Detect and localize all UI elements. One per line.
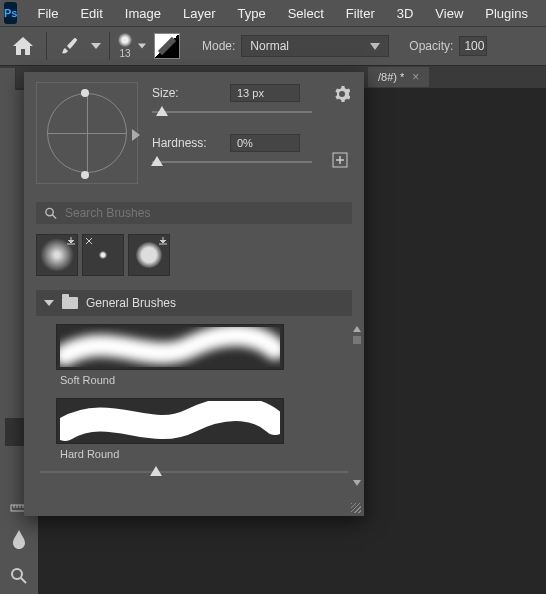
scroll-up-icon[interactable] xyxy=(353,326,361,332)
menu-window[interactable]: Win xyxy=(540,2,546,25)
app-logo[interactable]: Ps xyxy=(4,2,17,24)
brush-name: Soft Round xyxy=(56,374,332,386)
menu-3d[interactable]: 3D xyxy=(387,2,424,25)
hardness-slider[interactable] xyxy=(152,158,312,172)
size-input[interactable]: 13 px xyxy=(230,84,300,102)
new-brush-icon[interactable] xyxy=(332,152,348,168)
tool-zoom[interactable] xyxy=(5,562,33,590)
folder-icon xyxy=(62,297,78,309)
search-input[interactable] xyxy=(65,206,344,220)
chevron-down-icon xyxy=(44,300,54,306)
size-slider[interactable] xyxy=(152,108,312,122)
recent-brush[interactable] xyxy=(36,234,78,276)
search-brushes[interactable] xyxy=(36,202,352,224)
brush-angle-control[interactable] xyxy=(36,82,138,184)
options-bar: 13 Mode: Normal Opacity: 100 xyxy=(0,26,546,66)
brush-preset-picker[interactable]: 13 xyxy=(118,33,132,59)
download-icon xyxy=(85,237,93,245)
menu-image[interactable]: Image xyxy=(115,2,171,25)
home-icon xyxy=(13,37,33,55)
chevron-down-icon[interactable] xyxy=(138,42,146,50)
opacity-label: Opacity: xyxy=(409,39,453,53)
droplet-icon xyxy=(11,530,27,550)
scrollbar[interactable] xyxy=(352,326,362,486)
separator xyxy=(109,32,110,60)
download-icon xyxy=(159,237,167,245)
menubar: Ps File Edit Image Layer Type Select Fil… xyxy=(0,0,546,26)
brush-preset[interactable]: Soft Round xyxy=(56,324,332,386)
separator xyxy=(46,32,47,60)
brush-dot-icon xyxy=(118,33,132,47)
hardness-label: Hardness: xyxy=(152,136,222,150)
slider-thumb[interactable] xyxy=(151,156,163,166)
angle-arrow-icon xyxy=(132,129,140,141)
resize-handle[interactable] xyxy=(351,503,361,513)
menu-type[interactable]: Type xyxy=(228,2,276,25)
chevron-down-icon[interactable] xyxy=(91,41,101,51)
close-icon[interactable]: × xyxy=(412,70,419,84)
brush-name: Hard Round xyxy=(56,448,332,458)
scroll-down-icon[interactable] xyxy=(353,480,361,486)
document-tab-label: /8#) * xyxy=(378,71,404,83)
scroll-thumb[interactable] xyxy=(353,336,361,344)
chevron-down-icon xyxy=(370,43,380,51)
menu-plugins[interactable]: Plugins xyxy=(475,2,538,25)
menu-view[interactable]: View xyxy=(425,2,473,25)
size-label: Size: xyxy=(152,86,222,100)
brush-stroke-preview xyxy=(56,398,284,444)
brush-folder-header[interactable]: General Brushes xyxy=(36,290,352,316)
hardness-input[interactable]: 0% xyxy=(230,134,300,152)
mode-label: Mode: xyxy=(202,39,235,53)
download-icon xyxy=(67,237,75,245)
opacity-input[interactable]: 100 xyxy=(459,36,487,56)
brush-preset-panel: Size: 13 px Hardness: 0% G xyxy=(24,72,364,516)
recent-brushes xyxy=(36,234,352,276)
menu-edit[interactable]: Edit xyxy=(70,2,112,25)
menu-layer[interactable]: Layer xyxy=(173,2,226,25)
preview-zoom-slider[interactable] xyxy=(36,466,352,480)
small-brush-icon xyxy=(99,251,107,259)
menu-file[interactable]: File xyxy=(27,2,68,25)
svg-point-3 xyxy=(46,208,53,215)
magnifier-icon xyxy=(10,567,28,585)
brush-list: Soft Round Hard Round xyxy=(36,322,352,458)
slider-thumb[interactable] xyxy=(150,466,162,476)
brush-size-number: 13 xyxy=(119,48,130,59)
brush-stroke-preview xyxy=(56,324,284,370)
menu-select[interactable]: Select xyxy=(278,2,334,25)
hard-round-icon xyxy=(136,242,162,268)
slider-thumb[interactable] xyxy=(156,106,168,116)
brush-preset[interactable]: Hard Round xyxy=(56,398,332,458)
brush-icon xyxy=(61,37,79,55)
menu-filter[interactable]: Filter xyxy=(336,2,385,25)
tool-blur[interactable] xyxy=(5,526,33,554)
svg-point-1 xyxy=(12,569,22,579)
angle-handle[interactable] xyxy=(81,171,89,179)
blend-mode-select[interactable]: Normal xyxy=(241,35,389,57)
folder-name: General Brushes xyxy=(86,296,176,310)
recent-brush[interactable] xyxy=(82,234,124,276)
search-icon xyxy=(44,206,57,220)
brush-settings-button[interactable] xyxy=(152,32,182,60)
document-tab[interactable]: /8#) * × xyxy=(368,67,429,87)
brush-panel-icon xyxy=(154,33,180,59)
recent-brush[interactable] xyxy=(128,234,170,276)
tool-preset-button[interactable] xyxy=(55,32,85,60)
gear-icon[interactable] xyxy=(334,86,350,102)
blend-mode-value: Normal xyxy=(250,39,289,53)
angle-handle[interactable] xyxy=(81,89,89,97)
home-button[interactable] xyxy=(8,32,38,60)
